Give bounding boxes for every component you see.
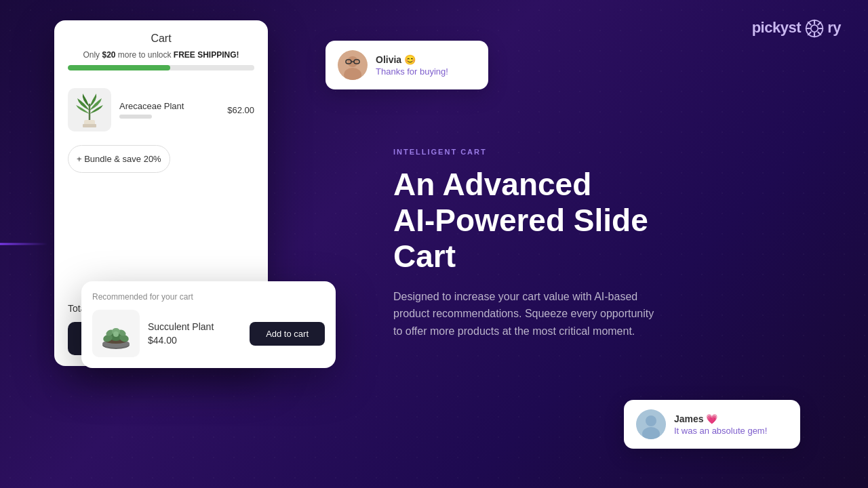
svg-line-9 bbox=[808, 33, 810, 35]
cart-item: Arecaceae Plant $62.00 bbox=[54, 81, 268, 138]
cart-item-name: Arecaceae Plant bbox=[119, 101, 219, 111]
svg-rect-11 bbox=[83, 124, 96, 127]
recommended-details: Succulent Plant $44.00 bbox=[148, 321, 241, 346]
logo-text: pickyst ry bbox=[752, 19, 841, 38]
svg-line-6 bbox=[808, 22, 810, 25]
shipping-notice: Only $20 more to unlock FREE SHIPPING! bbox=[54, 50, 268, 65]
svg-point-30 bbox=[646, 415, 656, 426]
james-avatar-image bbox=[636, 409, 666, 439]
cart-title: Cart bbox=[54, 20, 268, 50]
cart-item-image bbox=[68, 88, 111, 131]
svg-line-7 bbox=[818, 33, 821, 35]
recommended-item: Succulent Plant $44.00 Add to cart bbox=[92, 310, 325, 357]
shipping-cta: FREE SHIPPING! bbox=[174, 50, 239, 60]
svg-point-22 bbox=[113, 331, 119, 337]
olivia-name: Olivia 😊 bbox=[376, 54, 448, 65]
accent-line bbox=[0, 243, 47, 245]
shipping-progress-bar-container bbox=[68, 65, 254, 70]
james-notification-content: James 💗 It was an absolute gem! bbox=[674, 413, 767, 436]
cart-item-details: Arecaceae Plant bbox=[119, 101, 219, 119]
content-section: INTELLIGENT CART An Advanced AI-Powered … bbox=[393, 148, 719, 340]
logo-gear-icon bbox=[805, 19, 824, 38]
intelligent-cart-label: INTELLIGENT CART bbox=[393, 148, 719, 156]
james-avatar bbox=[636, 409, 666, 439]
james-notification: James 💗 It was an absolute gem! bbox=[624, 400, 800, 449]
pickystory-logo: pickyst ry bbox=[752, 19, 841, 38]
recommended-title: Recommended for your cart bbox=[92, 292, 325, 302]
recommended-item-image bbox=[92, 310, 140, 357]
olivia-message: Thanks for buying! bbox=[376, 66, 448, 77]
arecaceae-plant-svg bbox=[72, 90, 107, 129]
succulent-plant-svg bbox=[98, 315, 134, 352]
shipping-amount: $20 bbox=[102, 50, 115, 60]
olivia-avatar-image bbox=[338, 50, 368, 80]
shipping-progress-bar-fill bbox=[68, 65, 170, 70]
svg-line-8 bbox=[818, 22, 821, 25]
james-message: It was an absolute gem! bbox=[674, 426, 767, 436]
bundle-save-button[interactable]: + Bundle & save 20% bbox=[68, 145, 170, 173]
spacer bbox=[54, 184, 268, 279]
recommended-panel: Recommended for your cart Suc bbox=[81, 281, 336, 368]
main-description: Designed to increase your cart value wit… bbox=[393, 288, 665, 340]
cart-item-price: $62.00 bbox=[227, 105, 254, 115]
recommended-item-price: $44.00 bbox=[148, 335, 241, 346]
cart-item-variant-bar bbox=[119, 115, 152, 119]
add-to-cart-button[interactable]: Add to cart bbox=[250, 322, 325, 346]
heading-line1: An Advanced bbox=[393, 167, 719, 203]
recommended-item-name: Succulent Plant bbox=[148, 321, 241, 332]
olivia-notification-content: Olivia 😊 Thanks for buying! bbox=[376, 54, 448, 77]
heading-line2: AI-Powered Slide Cart bbox=[393, 203, 719, 274]
olivia-avatar bbox=[338, 50, 368, 80]
main-heading: An Advanced AI-Powered Slide Cart bbox=[393, 167, 719, 274]
james-name: James 💗 bbox=[674, 413, 767, 424]
svg-point-1 bbox=[810, 25, 818, 33]
olivia-notification: Olivia 😊 Thanks for buying! bbox=[326, 41, 488, 89]
